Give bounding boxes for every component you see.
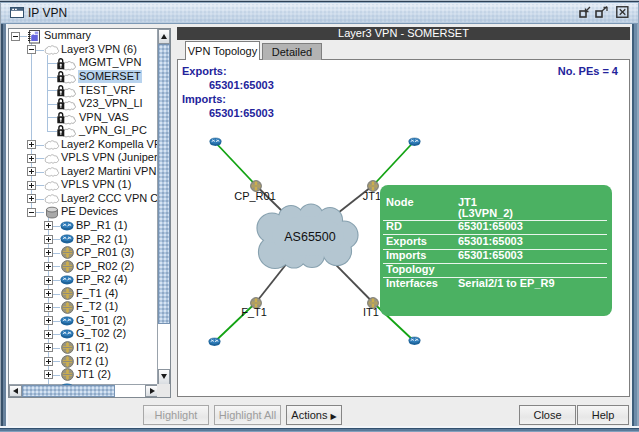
svg-text:AS65500: AS65500 bbox=[284, 230, 335, 244]
